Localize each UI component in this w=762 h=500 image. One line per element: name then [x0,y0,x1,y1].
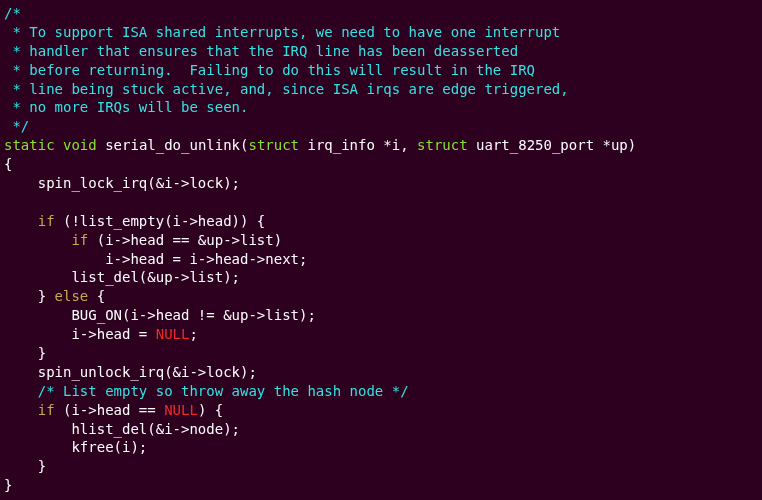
kw-static: static [4,137,55,153]
block-comment-line: * To support ISA shared interrupts, we n… [4,24,560,40]
fn-name: serial_do_unlink( [97,137,249,153]
block-comment-end: */ [4,118,29,134]
block-comment-line: * no more IRQs will be seen. [4,99,248,115]
kw-if: if [38,402,55,418]
indent [4,232,71,248]
code: { [88,288,105,304]
code-line: kfree(i); [4,439,147,455]
code-line: } [4,345,46,361]
indent [4,402,38,418]
block-comment-line: * line being stuck active, and, since IS… [4,81,569,97]
block-comment-line: * handler that ensures that the IRQ line… [4,43,518,59]
kw-void: void [63,137,97,153]
kw-struct: struct [248,137,299,153]
kw-struct: struct [417,137,468,153]
code: (!list_empty(i->head)) { [55,213,266,229]
code: i->head = [4,326,156,342]
param: uart_8250_port *up) [468,137,637,153]
block-comment-line: * before returning. Failing to do this w… [4,62,535,78]
brace-close: } [4,477,12,493]
kw-else: else [55,288,89,304]
brace-open: { [4,156,12,172]
block-comment: /* [4,5,21,21]
code-line: } [4,458,46,474]
code: } [4,288,55,304]
null-literal: NULL [156,326,190,342]
code-line: list_del(&up->list); [4,269,240,285]
kw-if: if [71,232,88,248]
indent [4,213,38,229]
code-line: BUG_ON(i->head != &up->list); [4,307,316,323]
code-line: hlist_del(&i->node); [4,421,240,437]
code-line: spin_lock_irq(&i->lock); [4,175,240,191]
code-line: spin_unlock_irq(&i->lock); [4,364,257,380]
code-editor[interactable]: /* * To support ISA shared interrupts, w… [4,4,758,495]
null-literal: NULL [164,402,198,418]
code: (i->head == &up->list) [88,232,282,248]
code: ) { [198,402,223,418]
inline-comment: /* List empty so throw away the hash nod… [4,383,409,399]
code-line: i->head = i->head->next; [4,251,307,267]
code: (i->head == [55,402,165,418]
kw-if: if [38,213,55,229]
param: irq_info *i, [299,137,417,153]
code: ; [189,326,197,342]
